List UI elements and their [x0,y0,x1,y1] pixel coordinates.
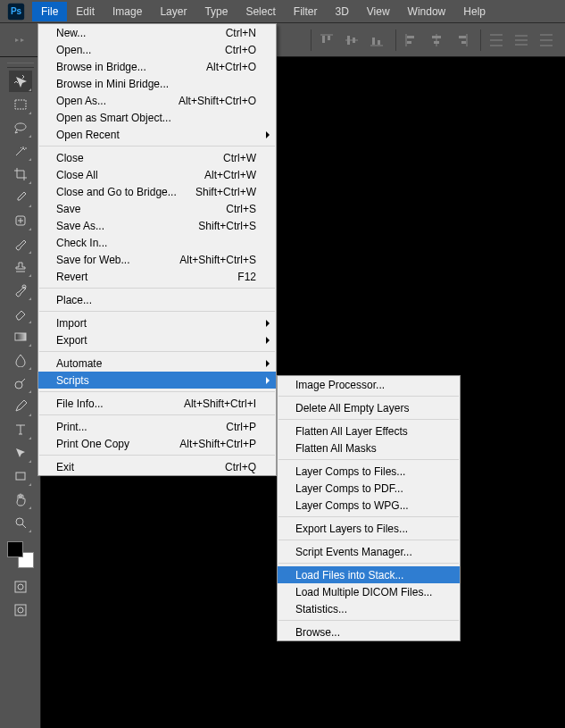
tool-wand[interactable] [9,140,32,162]
distribute-bottom-icon[interactable] [536,30,556,50]
menu-item-load-multiple-dicom-files[interactable]: Load Multiple DICOM Files... [278,583,460,600]
tool-rect-marquee[interactable] [9,94,32,115]
menu-item-delete-all-empty-layers[interactable]: Delete All Empty Layers [278,399,460,416]
menu-select[interactable]: Select [237,2,284,21]
grip-icon[interactable]: ▸▸ [15,37,26,44]
menu-type[interactable]: Type [195,2,237,21]
menu-item-save-as[interactable]: Save As...Shift+Ctrl+S [38,217,276,234]
menu-item-place[interactable]: Place... [38,291,276,308]
menu-item-check-in[interactable]: Check In... [38,234,276,251]
menu-item-browse[interactable]: Browse... [278,623,460,640]
tool-blur[interactable] [9,349,32,371]
menu-item-close-and-go-to-bridge[interactable]: Close and Go to Bridge...Shift+Ctrl+W [38,183,276,200]
menu-item-save-for-web[interactable]: Save for Web...Alt+Shift+Ctrl+S [38,251,276,268]
menu-item-exit[interactable]: ExitCtrl+Q [38,458,276,475]
menu-item-browse-in-bridge[interactable]: Browse in Bridge...Alt+Ctrl+O [38,58,276,75]
submenu-arrow-icon [266,320,270,327]
align-group-1 [311,29,395,51]
menu-item-browse-in-mini-bridge[interactable]: Browse in Mini Bridge... [38,75,276,92]
menu-item-layer-comps-to-files[interactable]: Layer Comps to Files... [278,463,460,480]
menu-separator [278,540,459,540]
menu-item-print-one-copy[interactable]: Print One CopyAlt+Shift+Ctrl+P [38,435,276,452]
menu-item-open-as-smart-object[interactable]: Open as Smart Object... [38,109,276,126]
menu-item-print[interactable]: Print...Ctrl+P [38,418,276,435]
menu-item-script-events-manager[interactable]: Script Events Manager... [278,543,460,560]
tool-rectangle[interactable] [9,465,32,487]
menu-item-statistics[interactable]: Statistics... [278,600,460,617]
menu-separator [278,620,459,621]
tool-quick-mask[interactable] [9,576,32,598]
menu-item-new[interactable]: New...Ctrl+N [38,24,276,41]
menu-3d[interactable]: 3D [326,2,357,21]
panel-grip-icon[interactable] [7,63,34,68]
menu-item-scripts[interactable]: Scripts [38,372,276,389]
menu-item-revert[interactable]: RevertF12 [38,268,276,285]
menu-item-label: Delete All Empty Layers [295,402,440,414]
menu-file[interactable]: File [32,2,67,21]
menu-help[interactable]: Help [454,2,494,21]
tool-brush[interactable] [9,233,32,255]
align-right-icon[interactable] [452,30,471,50]
tool-lasso[interactable] [9,117,32,138]
align-top-icon[interactable] [317,30,337,50]
svg-rect-34 [16,473,25,480]
menu-item-open[interactable]: Open...Ctrl+O [38,41,276,58]
menu-item-open-recent[interactable]: Open Recent [38,126,276,143]
menu-item-open-as[interactable]: Open As...Alt+Shift+Ctrl+O [38,92,276,109]
menu-item-label: Export Layers to Files... [295,523,440,535]
tool-eraser[interactable] [9,303,32,324]
menu-item-shortcut: Alt+Shift+Ctrl+I [184,397,256,410]
menu-item-layer-comps-to-pdf[interactable]: Layer Comps to PDF... [278,480,460,497]
menu-item-flatten-all-layer-effects[interactable]: Flatten All Layer Effects [278,423,460,439]
menu-item-automate[interactable]: Automate [38,355,276,372]
color-swatches[interactable] [7,541,34,568]
align-hcenter-icon[interactable] [427,30,446,50]
menu-item-export-layers-to-files[interactable]: Export Layers to Files... [278,520,460,537]
menu-filter[interactable]: Filter [285,2,327,21]
menu-item-export[interactable]: Export [38,331,276,348]
tool-heal[interactable] [9,210,32,231]
tool-crop[interactable] [9,163,32,185]
tool-zoom[interactable] [9,512,32,533]
tool-type[interactable] [9,419,32,440]
tool-eyedropper[interactable] [9,187,32,208]
menu-item-label: Print... [56,421,226,433]
menu-view[interactable]: View [358,2,399,21]
tool-history-brush[interactable] [9,280,32,301]
menu-item-file-info[interactable]: File Info...Alt+Shift+Ctrl+I [38,395,276,412]
tool-pen[interactable] [9,396,32,417]
menu-item-flatten-all-masks[interactable]: Flatten All Masks [278,439,460,456]
distribute-vcenter-icon[interactable] [511,30,531,50]
tool-path-select[interactable] [9,442,32,464]
menu-separator [278,563,459,564]
menu-item-image-processor[interactable]: Image Processor... [278,376,460,393]
menu-item-close[interactable]: CloseCtrl+W [38,149,276,166]
menu-item-layer-comps-to-wpg[interactable]: Layer Comps to WPG... [278,497,460,514]
tool-screen-mode[interactable] [9,599,32,621]
menu-window[interactable]: Window [399,2,455,21]
menu-layer[interactable]: Layer [151,2,195,21]
svg-rect-12 [407,36,414,38]
menu-item-close-all[interactable]: Close AllAlt+Ctrl+W [38,166,276,183]
tool-dodge[interactable] [9,372,32,394]
menu-image[interactable]: Image [104,2,151,21]
tool-panel: ▸▸ [0,23,41,728]
menu-separator [278,396,459,397]
align-vcenter-icon[interactable] [342,30,361,50]
menu-edit[interactable]: Edit [67,2,104,21]
tool-stamp[interactable] [9,256,32,278]
tool-gradient[interactable] [9,326,32,347]
align-bottom-icon[interactable] [367,30,386,50]
svg-rect-19 [461,41,466,44]
menu-item-load-files-into-stack[interactable]: Load Files into Stack... [278,566,460,583]
fg-color-swatch[interactable] [7,541,23,557]
menu-item-label: Place... [56,294,256,306]
align-left-icon[interactable] [402,30,421,50]
menu-item-save[interactable]: SaveCtrl+S [38,200,276,217]
menu-item-shortcut: Alt+Ctrl+W [204,169,256,181]
tool-hand[interactable] [9,489,32,510]
distribute-top-icon[interactable] [486,30,506,50]
menu-item-import[interactable]: Import [38,314,276,331]
submenu-arrow-icon [266,131,270,138]
tool-move[interactable] [9,71,32,92]
